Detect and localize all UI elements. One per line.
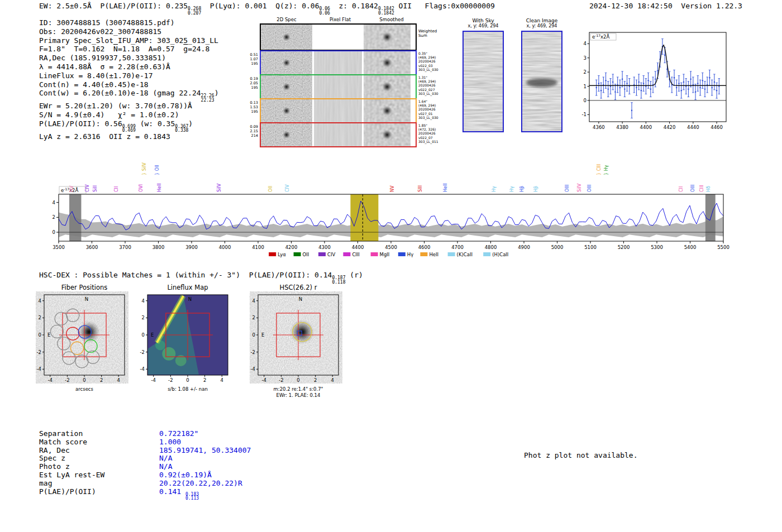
smoothed-image (364, 75, 411, 98)
spec2d-row-left-label: 0.131.53195 (245, 100, 258, 114)
legend-label: CIV (327, 252, 335, 257)
emission-line-label: OIII (565, 185, 570, 192)
svg-text:0: 0 (252, 332, 255, 338)
match-row-value: N/A (159, 454, 172, 463)
match-row: mag20.22(20.22,20.22)R (39, 480, 251, 488)
pixel-flat-image (314, 123, 362, 146)
svg-text:4460: 4460 (711, 124, 723, 130)
match-table: Separation0.722182"Match score1.000RA, D… (39, 430, 251, 500)
clean-image (521, 31, 562, 132)
svg-text:4: 4 (331, 377, 334, 383)
svg-text:-2: -2 (65, 377, 69, 383)
svg-text:4: 4 (252, 298, 255, 304)
hsc-cutout-plot: NE-4-4-2-2002244 (245, 291, 342, 386)
emission-line-label: } Hγ (604, 165, 609, 175)
spec2d-row-left-label: 0.511.07195 (245, 52, 258, 66)
spec2d-image (261, 99, 312, 122)
header-summary: EW: 2.5±0.5Å P(LAE)/P(OII): 0.2350.2680.… (39, 2, 495, 15)
svg-text:2: 2 (39, 315, 41, 320)
pixel-flat-image (314, 99, 362, 122)
svg-text:-2: -2 (168, 377, 173, 383)
spec2d-image (261, 75, 312, 98)
legend-swatch (294, 252, 301, 256)
svg-text:2: 2 (203, 377, 206, 383)
emission-line-label: OIII (690, 185, 695, 192)
svg-text:4100: 4100 (252, 245, 264, 250)
svg-text:4300: 4300 (318, 245, 331, 250)
svg-text:0: 0 (83, 377, 85, 383)
emission-line-label: SiII (93, 185, 98, 192)
svg-text:3: 3 (584, 55, 586, 61)
north-label: N (85, 296, 88, 302)
hsc-panel-xlabel2: EWr: 1. PLAE: 0.14 (245, 392, 342, 399)
full-spectrum-plot: 3500360037003800390040004100420043004400… (34, 151, 748, 262)
svg-text:4420: 4420 (664, 124, 676, 130)
legend-swatch (269, 252, 276, 256)
with-sky-title: With Sky (458, 18, 508, 23)
match-row-value: 185.919741, 50.334007 (159, 447, 251, 455)
spec2d-row (260, 50, 417, 75)
svg-text:0: 0 (142, 332, 145, 338)
info-line: λ = 4414.88Å σ = 2.28(±0.63)Å (39, 63, 219, 71)
svg-text:-4: -4 (251, 366, 255, 372)
svg-text:-2: -2 (37, 349, 41, 355)
emission-line-label: Hβ (533, 186, 538, 192)
emission-line-label: Hβ (519, 186, 524, 192)
with-sky-panel: With Sky x, y: 469, 294 (458, 18, 508, 132)
svg-text:-4: -4 (261, 377, 266, 383)
svg-text:4: 4 (39, 298, 41, 304)
fiber-positions-panel: Fiber Positions NE-4-4-2-2002244 arcsecs (31, 284, 128, 392)
clean-image-coords: x, y: 469, 294 (517, 23, 567, 28)
match-row-label: Separation (39, 430, 159, 438)
info-line: Cont(n) = 4.40(±0.45)e-18 (39, 80, 219, 89)
emission-line-label: HeII (443, 183, 448, 192)
svg-text:4200: 4200 (285, 245, 298, 250)
clean-image-panel: Clean Image x, y: 469, 294 (517, 18, 567, 132)
legend-label: CIII (352, 252, 359, 257)
svg-text:4: 4 (53, 200, 55, 205)
emission-line-label: CIII (699, 185, 704, 192)
north-label: N (188, 296, 192, 302)
emission-line-label: NV (69, 185, 74, 192)
emission-line-label: SiIV (217, 183, 222, 192)
svg-text:2: 2 (252, 315, 255, 320)
pixel-flat-image (314, 75, 362, 98)
svg-text:-4: -4 (140, 366, 145, 372)
legend-swatch (483, 252, 490, 256)
svg-text:3500: 3500 (53, 245, 65, 250)
svg-text:4500: 4500 (385, 245, 397, 250)
legend-label: MgII (380, 252, 390, 257)
spec2d-row-annotation: 1.64"(469, 294)20200426v027_01303_LL_030 (418, 99, 453, 119)
emission-line-label: OII (268, 186, 273, 192)
zoom-spectrum-plot: 436043804400442044404460-101234e-17x2Å (570, 26, 732, 135)
svg-text:4360: 4360 (593, 124, 605, 130)
hsc-panel-title: HSC(26.2) r (245, 284, 342, 291)
svg-text:1: 1 (584, 84, 586, 89)
spec2d-col-header: Pixel Flat (315, 17, 365, 22)
match-row: P(LAE)/P(OII)0.141 0.1830.113 (39, 488, 251, 500)
fiber-positions-plot: NE-4-4-2-2002244 (31, 291, 128, 386)
emission-line-label: SIII (418, 185, 423, 192)
match-row-label: RA, Dec (39, 447, 159, 455)
spec2d-row-annotation: 1.31"(469, 294)20200426v022_027303_LL_03… (418, 75, 453, 95)
sup-sub-value: 0.3670.338 (175, 125, 188, 132)
photz-note: Phot z plot not available. (524, 451, 638, 459)
info-line: Primary Spec_Slot_IFU_AMP: 303_025_013_L… (39, 36, 219, 45)
spec2d-image (261, 51, 312, 74)
pixel-flat-image (314, 51, 362, 74)
svg-text:5000: 5000 (551, 245, 564, 250)
legend-label: (H)CaII (492, 252, 508, 257)
emission-line-label: } SiIV (142, 162, 147, 175)
svg-text:2: 2 (584, 69, 586, 75)
match-row-value: 0.92(±0.19)Å (159, 471, 212, 480)
match-row-value: 0.722182" (159, 430, 198, 438)
spec2d-row-left-label: 0.092.15214 (245, 124, 258, 138)
svg-text:5200: 5200 (618, 245, 630, 250)
svg-text:5100: 5100 (584, 245, 597, 250)
spec2d-row-left-label: 0.192.05195 (245, 76, 258, 90)
spec2d-row (260, 122, 417, 147)
svg-text:3800: 3800 (152, 245, 165, 250)
emission-line-label: NV (390, 185, 395, 192)
svg-text:-2: -2 (279, 377, 283, 383)
emission-line-label: HeII (157, 183, 162, 192)
